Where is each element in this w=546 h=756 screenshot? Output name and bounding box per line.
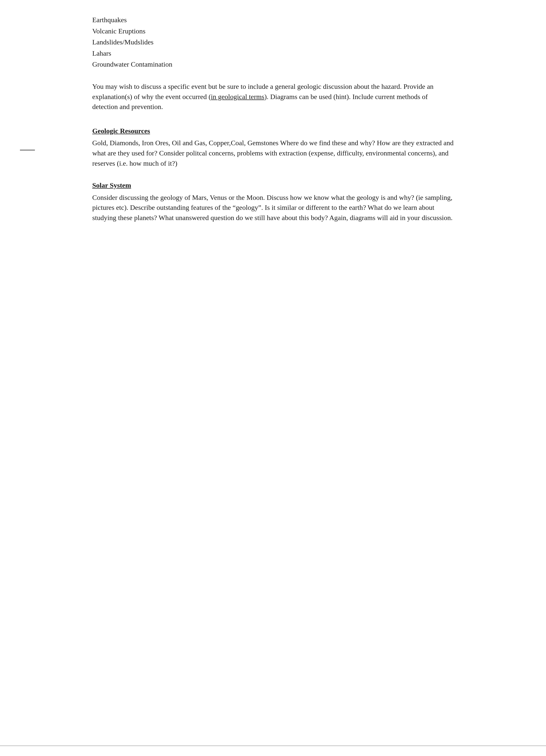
list-item: Lahars [92,48,454,59]
geologic-resources-heading: Geologic Resources [92,126,454,136]
solar-system-body: Consider discussing the geology of Mars,… [92,193,454,223]
margin-mark [20,150,35,150]
document-page: EarthquakesVolcanic EruptionsLandslides/… [0,0,546,756]
solar-system-section: Solar System Consider discussing the geo… [92,180,454,223]
list-item: Groundwater Contamination [92,59,454,70]
list-item: Earthquakes [92,15,454,25]
geologic-resources-body: Gold, Diamonds, Iron Ores, Oil and Gas, … [92,138,454,168]
list-item: Landslides/Mudslides [92,37,454,47]
intro-paragraph: You may wish to discuss a specific event… [92,82,454,112]
solar-system-heading: Solar System [92,180,454,191]
geologic-resources-section: Geologic Resources Gold, Diamonds, Iron … [92,126,454,168]
bottom-border [0,746,546,746]
hazards-list: EarthquakesVolcanic EruptionsLandslides/… [92,15,454,70]
underlined-text: in geological terms [211,93,265,101]
list-item: Volcanic Eruptions [92,26,454,36]
